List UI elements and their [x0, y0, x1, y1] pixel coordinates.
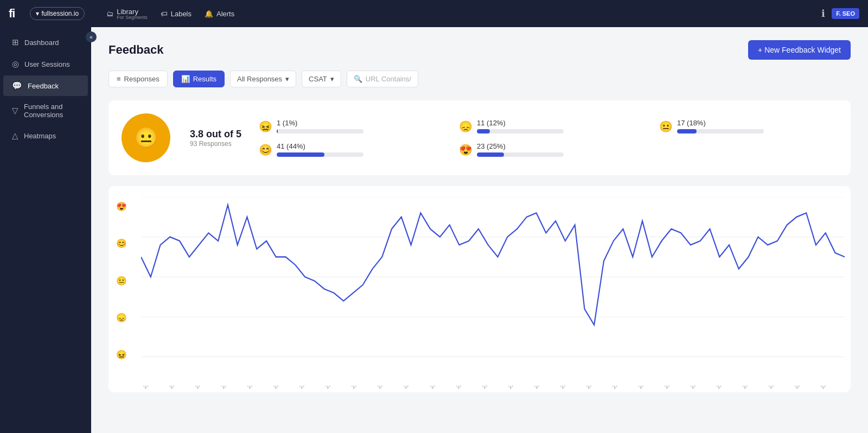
alerts-icon: 🔔: [205, 10, 213, 18]
bar-item-0: 😖1 (1%): [259, 119, 437, 133]
url-filter[interactable]: 🔍 URL Contains/: [347, 71, 418, 87]
bar-emoji-0: 😖: [259, 120, 272, 133]
bar-label-3: 41 (44%): [277, 142, 437, 150]
bar-label-0: 1 (1%): [277, 119, 437, 127]
chart-section: 😍😊😐😞😖 2021-12-062022-01-072022-01-202022…: [108, 186, 851, 392]
bar-item-4: 😍23 (25%): [459, 142, 637, 157]
sidebar-item-heatmaps-label: Heatmaps: [24, 132, 56, 140]
tab-results-label: Results: [193, 75, 216, 83]
logo: fi: [9, 7, 15, 21]
bar-emoji-1: 😞: [459, 120, 473, 133]
bar-item-3: 😊41 (44%): [259, 142, 437, 157]
bar-fill-0: [277, 129, 278, 133]
responses-icon: ≡: [117, 75, 121, 83]
sidebar-item-funnels[interactable]: ▽ Funnels and Conversions: [3, 97, 88, 124]
new-widget-button[interactable]: + New Feedback Widget: [748, 40, 851, 60]
score-responses: 93 Responses: [190, 140, 241, 148]
nav-alerts-label: Alerts: [216, 10, 234, 18]
sidebar-item-feedback[interactable]: 💬 Feedback: [3, 75, 88, 96]
nav-library-sub: For Segments: [117, 15, 148, 20]
main-content: Feedback + New Feedback Widget ≡ Respons…: [91, 27, 868, 433]
dashboard-icon: ⊞: [12, 37, 19, 47]
bar-fill-3: [277, 152, 324, 157]
nav-labels-label: Labels: [171, 10, 192, 18]
funnels-icon: ▽: [12, 106, 18, 116]
nav-labels[interactable]: 🏷 Labels: [161, 10, 192, 18]
heatmaps-icon: △: [12, 131, 18, 141]
sidebar-item-heatmaps[interactable]: △ Heatmaps: [3, 125, 88, 146]
sidebar-collapse-btn[interactable]: «: [86, 31, 97, 42]
library-icon: 🗂: [106, 10, 113, 18]
nav-library[interactable]: 🗂 Library For Segments: [106, 8, 148, 20]
sidebar-item-feedback-label: Feedback: [28, 82, 59, 90]
chart-y-emoji: 😍: [116, 201, 127, 212]
tab-responses[interactable]: ≡ Responses: [108, 71, 168, 87]
filter-all-responses[interactable]: All Responses ▾: [230, 71, 296, 87]
info-icon[interactable]: ℹ: [821, 8, 825, 20]
score-info: 3.8 out of 5 93 Responses: [190, 129, 241, 148]
filter-csat-chevron: ▾: [330, 75, 334, 83]
bar-fill-2: [677, 129, 697, 133]
bar-emoji-3: 😊: [259, 143, 272, 156]
logo-text: fi: [9, 7, 15, 21]
score-circle: 😐: [122, 113, 170, 162]
bar-track-0: [277, 129, 363, 133]
bar-item-2: 😐17 (18%): [659, 119, 838, 133]
sidebar: « ⊞ Dashboard ◎ User Sessions 💬 Feedback…: [0, 27, 91, 433]
sidebar-item-dashboard[interactable]: ⊞ Dashboard: [3, 32, 88, 53]
user-sessions-icon: ◎: [12, 59, 19, 69]
domain-chevron: ▾: [36, 10, 39, 17]
nav-alerts[interactable]: 🔔 Alerts: [205, 10, 234, 18]
tab-results[interactable]: 📊 Results: [173, 71, 225, 87]
bar-fill-4: [477, 152, 504, 157]
topnav-right: ℹ F. SEO: [821, 8, 859, 20]
bar-label-2: 17 (18%): [677, 119, 838, 127]
bar-fill-1: [477, 129, 490, 133]
score-emoji: 😐: [134, 126, 158, 149]
topnav-nav: 🗂 Library For Segments 🏷 Labels 🔔 Alerts: [106, 8, 808, 20]
filter-csat-label: CSAT: [309, 75, 327, 83]
url-filter-placeholder: URL Contains/: [366, 75, 411, 83]
bar-emoji-4: 😍: [459, 143, 473, 156]
page-title: Feedback: [108, 43, 164, 57]
stats-section: 😐 3.8 out of 5 93 Responses 😖1 (1%)😞11 (…: [108, 100, 851, 175]
bar-track-3: [277, 152, 363, 157]
avatar[interactable]: F. SEO: [832, 8, 859, 19]
chart-y-axis: 😍😊😐😞😖: [116, 201, 127, 360]
chart-area: 2021-12-062022-01-072022-01-202022-01-28…: [141, 197, 845, 381]
bar-label-4: 23 (25%): [477, 142, 637, 150]
bar-track-4: [477, 152, 564, 157]
sidebar-item-user-sessions[interactable]: ◎ User Sessions: [3, 54, 88, 74]
chart-y-emoji: 😞: [116, 313, 127, 323]
tabs-row: ≡ Responses 📊 Results All Responses ▾ CS…: [108, 71, 851, 87]
chart-y-emoji: 😖: [116, 349, 127, 360]
chart-x-label: 2023-09-25: [820, 386, 845, 405]
filter-all-chevron: ▾: [285, 75, 289, 83]
chart-y-emoji: 😐: [116, 276, 127, 286]
results-icon: 📊: [181, 75, 190, 83]
bar-track-2: [677, 129, 764, 133]
page-header: Feedback + New Feedback Widget: [108, 40, 851, 60]
bar-label-1: 11 (12%): [477, 119, 637, 127]
domain-label: fullsession.io: [41, 10, 79, 17]
tab-responses-label: Responses: [124, 75, 159, 83]
topnav: fi ▾ fullsession.io 🗂 Library For Segmen…: [0, 0, 868, 27]
chart-y-emoji: 😊: [116, 238, 127, 249]
sidebar-item-user-sessions-label: User Sessions: [24, 60, 70, 68]
filter-all-label: All Responses: [237, 75, 282, 83]
labels-icon: 🏷: [161, 10, 168, 18]
search-icon: 🔍: [354, 75, 362, 83]
score-value: 3.8 out of 5: [190, 129, 241, 140]
feedback-icon: 💬: [12, 81, 22, 91]
bar-emoji-2: 😐: [659, 120, 673, 133]
domain-selector[interactable]: ▾ fullsession.io: [30, 7, 85, 20]
sidebar-item-dashboard-label: Dashboard: [24, 39, 59, 47]
bars-grid: 😖1 (1%)😞11 (12%)😐17 (18%)😊41 (44%)😍23 (2…: [259, 119, 838, 157]
filter-csat[interactable]: CSAT ▾: [302, 71, 341, 87]
bar-item-1: 😞11 (12%): [459, 119, 637, 133]
bar-track-1: [477, 129, 564, 133]
sidebar-item-funnels-label: Funnels and Conversions: [24, 103, 79, 119]
